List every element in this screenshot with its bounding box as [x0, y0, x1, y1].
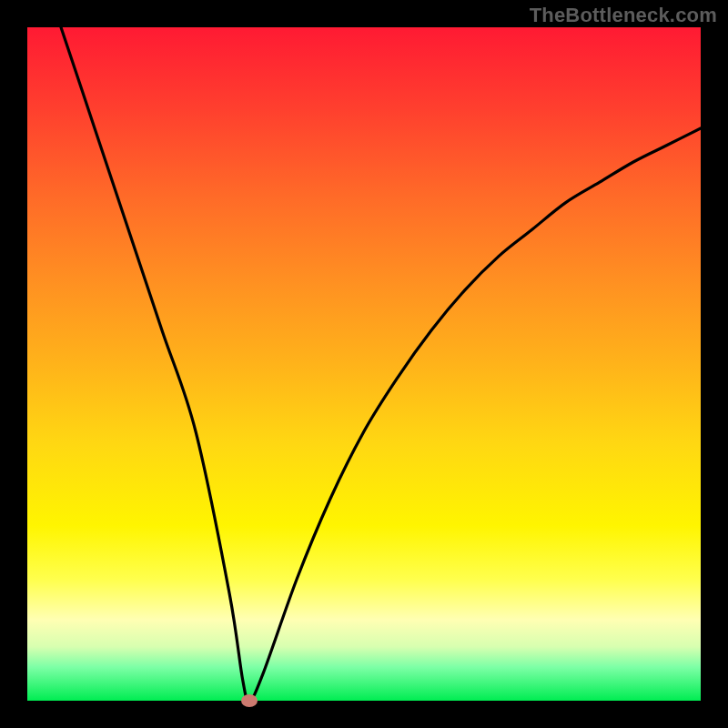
- plot-area: [27, 27, 701, 701]
- chart-frame: TheBottleneck.com: [0, 0, 728, 728]
- curve-svg: [27, 27, 701, 701]
- optimum-marker: [241, 694, 258, 707]
- watermark-text: TheBottleneck.com: [530, 4, 717, 27]
- bottleneck-curve: [61, 27, 701, 701]
